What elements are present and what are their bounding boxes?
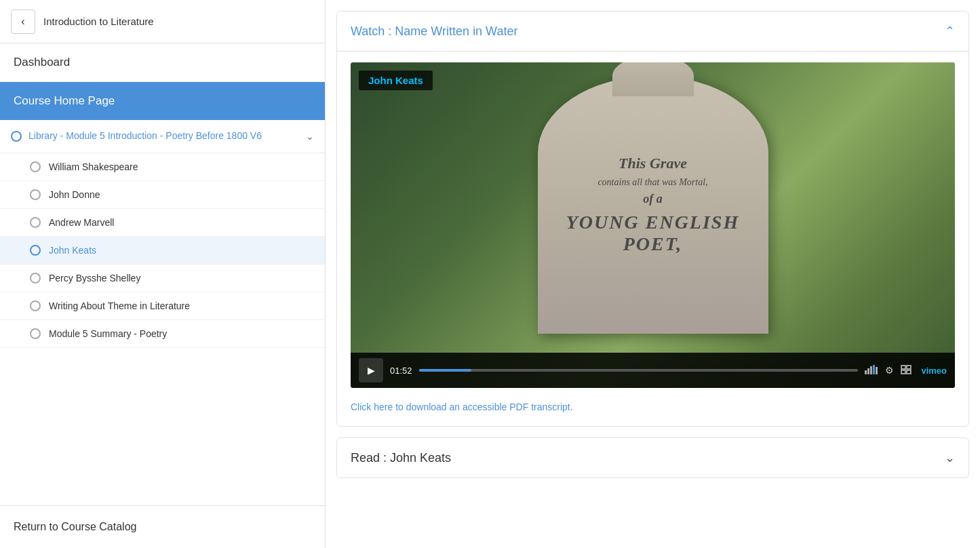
video-background: This Grave contains all that was Mortal,… <box>351 62 955 388</box>
video-player[interactable]: This Grave contains all that was Mortal,… <box>351 62 955 388</box>
item-label: Percy Bysshe Shelley <box>49 273 140 283</box>
gravestone-text: This Grave contains all that was Mortal,… <box>538 141 768 269</box>
volume-icon[interactable] <box>865 365 878 376</box>
item-label: John Keats <box>49 245 96 256</box>
video-time: 01:52 <box>390 366 412 376</box>
sidebar-module[interactable]: Library - Module 5 Introduction - Poetry… <box>0 120 325 153</box>
item-circle-icon <box>30 328 41 339</box>
svg-rect-0 <box>865 370 867 374</box>
gravestone-visual: This Grave contains all that was Mortal,… <box>538 76 768 334</box>
watch-section-chevron-icon: ⌃ <box>945 24 955 39</box>
video-icon-group: ⚙ vimeo <box>865 365 947 376</box>
watch-section-header[interactable]: Watch : Name Written in Water ⌃ <box>337 12 968 52</box>
sidebar-item-donne[interactable]: John Donne <box>0 181 325 209</box>
read-section-chevron-icon: ⌄ <box>945 450 955 465</box>
back-button[interactable]: ‹ <box>11 9 35 34</box>
gravestone-line2: contains all that was Mortal, <box>551 175 755 189</box>
vimeo-logo: vimeo <box>921 366 947 376</box>
sidebar-item-marvell[interactable]: Andrew Marvell <box>0 209 325 237</box>
sidebar-header: ‹ Introduction to Literature <box>0 0 325 43</box>
svg-rect-6 <box>907 366 911 369</box>
gravestone-line3: of a <box>551 192 755 206</box>
sidebar-item-dashboard[interactable]: Dashboard <box>0 43 325 82</box>
item-label: Writing About Theme in Literature <box>49 300 190 311</box>
module-circle-icon <box>11 131 22 142</box>
watch-section-title: Watch : Name Written in Water <box>351 24 517 39</box>
item-circle-icon <box>30 189 41 200</box>
read-section-title: Read : John Keats <box>351 451 451 465</box>
item-label: Andrew Marvell <box>49 217 114 228</box>
video-frame: This Grave contains all that was Mortal,… <box>351 62 955 347</box>
sidebar-item-writing-theme[interactable]: Writing About Theme in Literature <box>0 292 325 320</box>
gravestone-top <box>612 62 694 96</box>
svg-rect-8 <box>907 370 911 374</box>
course-title: Introduction to Literature <box>43 16 154 27</box>
video-progress-fill <box>419 369 472 372</box>
play-button[interactable]: ▶ <box>359 358 383 383</box>
return-to-catalog-button[interactable]: Return to Course Catalog <box>0 505 325 548</box>
sidebar-item-keats[interactable]: John Keats <box>0 237 325 265</box>
watch-section: Watch : Name Written in Water ⌃ This Gra… <box>336 11 969 427</box>
item-circle-icon <box>30 161 41 172</box>
fullscreen-icon[interactable] <box>901 365 912 376</box>
gravestone-line1: This Grave <box>551 155 755 172</box>
item-circle-icon <box>30 273 41 283</box>
transcript-link[interactable]: Click here to download an accessible PDF… <box>337 393 968 426</box>
main-content: Watch : Name Written in Water ⌃ This Gra… <box>326 0 980 548</box>
read-section-header[interactable]: Read : John Keats ⌄ <box>337 438 968 477</box>
read-section: Read : John Keats ⌄ <box>336 437 969 478</box>
video-controls: ▶ 01:52 <box>351 353 955 388</box>
sidebar-item-module-summary[interactable]: Module 5 Summary - Poetry <box>0 320 325 348</box>
settings-icon[interactable]: ⚙ <box>885 365 894 376</box>
svg-rect-4 <box>876 367 878 374</box>
gravestone-line4: YOUNG ENGLISH POET, <box>551 212 755 255</box>
svg-rect-1 <box>867 368 869 374</box>
item-circle-icon <box>30 245 41 256</box>
sidebar-item-shakespeare[interactable]: William Shakespeare <box>0 153 325 181</box>
svg-rect-7 <box>901 370 905 374</box>
sidebar-item-course-home[interactable]: Course Home Page <box>0 82 325 120</box>
item-label: John Donne <box>49 189 100 200</box>
svg-rect-5 <box>901 366 905 369</box>
item-label: Module 5 Summary - Poetry <box>49 328 167 339</box>
item-circle-icon <box>30 217 41 228</box>
item-circle-icon <box>30 300 41 311</box>
svg-rect-2 <box>870 366 872 374</box>
item-label: William Shakespeare <box>49 161 138 172</box>
sidebar-item-shelley[interactable]: Percy Bysshe Shelley <box>0 265 325 292</box>
module-title: Library - Module 5 Introduction - Poetry… <box>28 130 299 143</box>
sidebar: ‹ Introduction to Literature Dashboard C… <box>0 0 326 548</box>
video-badge: John Keats <box>359 71 433 90</box>
video-progress-bar[interactable] <box>419 369 859 372</box>
module-chevron-icon: ⌄ <box>306 131 314 142</box>
svg-rect-3 <box>873 365 875 374</box>
